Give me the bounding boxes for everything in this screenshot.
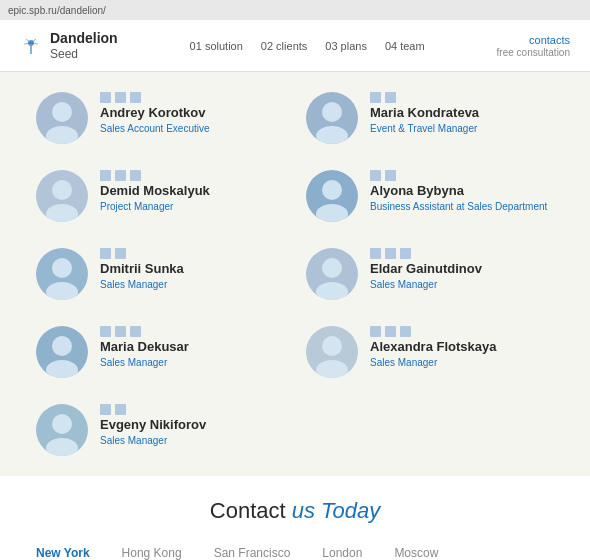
- header-right: contacts free consultation: [497, 34, 570, 58]
- member-social-icons: [100, 170, 284, 181]
- linkedin-icon: [100, 170, 111, 181]
- nav-plans[interactable]: 03 plans: [325, 40, 367, 52]
- svg-point-10: [322, 102, 342, 122]
- member-social-icons: [370, 92, 554, 103]
- member-role: Sales Manager: [100, 357, 284, 368]
- svg-point-28: [322, 336, 342, 356]
- member-social-icons: [100, 326, 284, 337]
- nav-solution[interactable]: 01 solution: [190, 40, 243, 52]
- logo-line1: Dandelion: [50, 30, 118, 47]
- member-role: Sales Manager: [100, 435, 284, 446]
- header: Dandelion Seed 01 solution 02 clients 03…: [0, 20, 590, 72]
- team-grid: Andrey Korotkov Sales Account Executive …: [30, 82, 560, 466]
- svg-point-13: [52, 180, 72, 200]
- video-icon: [115, 170, 126, 181]
- city-tab-london[interactable]: London: [306, 540, 378, 560]
- logo-line2: Seed: [50, 47, 118, 61]
- member-role: Sales Manager: [370, 279, 554, 290]
- city-tabs: New YorkHong KongSan FranciscoLondonMosc…: [20, 540, 570, 560]
- member-social-icons: [100, 404, 284, 415]
- avatar: [36, 92, 88, 144]
- team-member: Alexandra Flotskaya Sales Manager: [300, 316, 560, 388]
- team-member: Maria Dekusar Sales Manager: [30, 316, 290, 388]
- city-tab-san-francisco[interactable]: San Francisco: [198, 540, 307, 560]
- team-member: Eldar Gainutdinov Sales Manager: [300, 238, 560, 310]
- team-member: Evgeny Nikiforov Sales Manager: [30, 394, 290, 466]
- avatar: [306, 170, 358, 222]
- contact-section: Contact us Today New YorkHong KongSan Fr…: [0, 476, 590, 560]
- main-nav: 01 solution 02 clients 03 plans 04 team: [190, 40, 425, 52]
- team-member: Maria Kondrateva Event & Travel Manager: [300, 82, 560, 154]
- team-member: Demid Moskalyuk Project Manager: [30, 160, 290, 232]
- logo-text: Dandelion Seed: [50, 30, 118, 61]
- team-member: Andrey Korotkov Sales Account Executive: [30, 82, 290, 154]
- member-name: Maria Dekusar: [100, 339, 284, 356]
- member-role: Sales Manager: [100, 279, 284, 290]
- video-icon: [385, 248, 396, 259]
- linkedin-icon: [100, 326, 111, 337]
- video-icon: [115, 248, 126, 259]
- member-role: Sales Account Executive: [100, 123, 284, 134]
- avatar: [36, 326, 88, 378]
- url-bar: epic.spb.ru/dandelion/: [0, 0, 590, 20]
- team-member: Alyona Bybyna Business Assistant at Sale…: [300, 160, 560, 232]
- member-name: Maria Kondrateva: [370, 105, 554, 122]
- contacts-link[interactable]: contacts: [497, 34, 570, 46]
- contact-heading-us: us Today: [292, 498, 380, 523]
- video-icon: [115, 92, 126, 103]
- video-icon: [115, 326, 126, 337]
- member-role: Business Assistant at Sales Department: [370, 201, 554, 212]
- member-social-icons: [370, 170, 554, 181]
- city-tab-new-york[interactable]: New York: [20, 540, 106, 560]
- logo: Dandelion Seed: [20, 30, 118, 61]
- contact-heading: Contact us Today: [20, 498, 570, 524]
- video-icon: [385, 326, 396, 337]
- member-role: Event & Travel Manager: [370, 123, 554, 134]
- member-social-icons: [100, 92, 284, 103]
- team-section: Andrey Korotkov Sales Account Executive …: [0, 72, 590, 476]
- linkedin-icon: [100, 404, 111, 415]
- link-icon: [400, 248, 411, 259]
- member-name: Dmitrii Sunka: [100, 261, 284, 278]
- svg-point-25: [52, 336, 72, 356]
- avatar: [36, 170, 88, 222]
- city-tab-hong-kong[interactable]: Hong Kong: [106, 540, 198, 560]
- link-icon: [130, 92, 141, 103]
- member-social-icons: [370, 248, 554, 259]
- city-tab-moscow[interactable]: Moscow: [378, 540, 454, 560]
- avatar: [306, 92, 358, 144]
- link-icon: [130, 326, 141, 337]
- member-role: Sales Manager: [370, 357, 554, 368]
- linkedin-icon: [370, 248, 381, 259]
- nav-clients[interactable]: 02 clients: [261, 40, 307, 52]
- member-name: Evgeny Nikiforov: [100, 417, 284, 434]
- svg-point-19: [52, 258, 72, 278]
- linkedin-icon: [370, 326, 381, 337]
- svg-point-22: [322, 258, 342, 278]
- contact-heading-part1: Contact: [210, 498, 292, 523]
- nav-team[interactable]: 04 team: [385, 40, 425, 52]
- member-role: Project Manager: [100, 201, 284, 212]
- link-icon: [130, 170, 141, 181]
- linkedin-icon: [370, 170, 381, 181]
- member-name: Andrey Korotkov: [100, 105, 284, 122]
- url-text: epic.spb.ru/dandelion/: [8, 5, 106, 16]
- svg-point-7: [52, 102, 72, 122]
- video-icon: [385, 92, 396, 103]
- member-social-icons: [370, 326, 554, 337]
- svg-point-31: [52, 414, 72, 434]
- linkedin-icon: [100, 92, 111, 103]
- avatar: [36, 404, 88, 456]
- member-social-icons: [100, 248, 284, 259]
- avatar: [306, 248, 358, 300]
- member-name: Alyona Bybyna: [370, 183, 554, 200]
- avatar: [36, 248, 88, 300]
- linkedin-icon: [370, 92, 381, 103]
- team-member: Dmitrii Sunka Sales Manager: [30, 238, 290, 310]
- svg-point-16: [322, 180, 342, 200]
- member-name: Alexandra Flotskaya: [370, 339, 554, 356]
- link-icon: [400, 326, 411, 337]
- member-name: Demid Moskalyuk: [100, 183, 284, 200]
- avatar: [306, 326, 358, 378]
- video-icon: [385, 170, 396, 181]
